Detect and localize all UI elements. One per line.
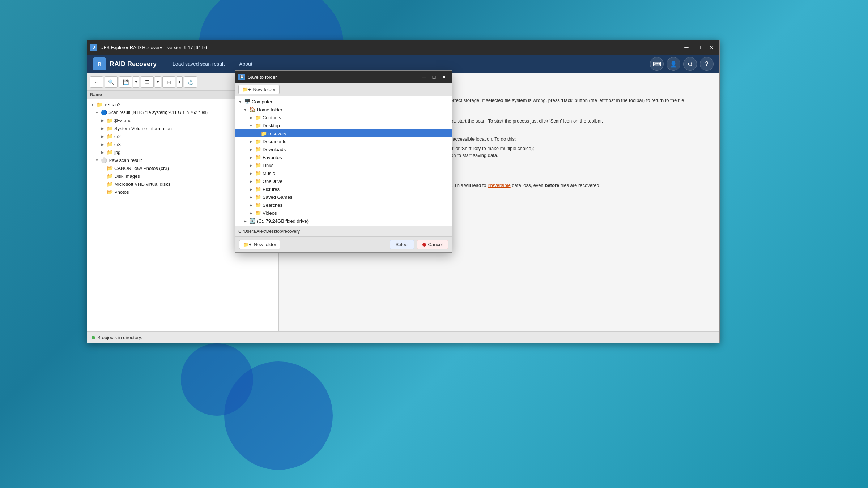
status-bar: 4 objects in directory.	[87, 331, 719, 343]
expand-icon[interactable]: ▶	[100, 134, 105, 139]
expand-icon[interactable]: ▶	[243, 218, 248, 223]
raw-scan-icon: ⚪	[101, 157, 107, 163]
item-label: CANON Raw Photos (cr3)	[114, 166, 169, 171]
expand-icon[interactable]: ▶	[100, 150, 105, 155]
expand-icon[interactable]: ▶	[248, 202, 254, 207]
folder-icon: 📁	[107, 149, 113, 155]
list-button[interactable]: ☰	[141, 76, 154, 88]
item-label: Favorites	[263, 155, 282, 160]
scan-result-icon: 🔵	[101, 110, 107, 115]
cancel-label: Cancel	[428, 242, 443, 247]
person-icon-button[interactable]: 👤	[667, 57, 680, 71]
expand-icon[interactable]: ▼	[94, 110, 99, 115]
expand-icon[interactable]: ▼	[248, 123, 254, 128]
expand-icon[interactable]: ▶	[248, 115, 254, 120]
anchor-button[interactable]: ⚓	[184, 76, 197, 88]
dtree-c-drive[interactable]: ▶ 💽 (C:, 79.24GB fixed drive)	[235, 217, 452, 225]
new-folder-button[interactable]: 📁+ New folder	[238, 85, 280, 94]
save-button[interactable]: 💾	[119, 76, 132, 88]
dtree-contacts[interactable]: ▶ 📁 Contacts	[235, 114, 452, 121]
menu-load-scan[interactable]: Load saved scan result	[167, 59, 230, 69]
dtree-links[interactable]: ▶ 📁 Links	[235, 161, 452, 169]
dtree-videos[interactable]: ▶ 📁 Videos	[235, 209, 452, 217]
expand-icon[interactable]: ▼	[90, 102, 95, 107]
folder-add-icon: 📁+	[242, 87, 251, 92]
dialog-close-button[interactable]: ✕	[439, 73, 449, 81]
menu-about[interactable]: About	[233, 59, 258, 69]
expand-icon[interactable]: ▶	[248, 187, 254, 192]
status-dot	[92, 336, 95, 339]
dialog-tree[interactable]: ▼ 🖥️ Computer ▼ 🏠 Home folder ▶ 📁 Contac…	[235, 96, 452, 226]
help-icon-button[interactable]: ?	[700, 57, 714, 71]
expand-icon[interactable]: ▶	[248, 194, 254, 200]
expand-icon[interactable]: ▶	[248, 139, 254, 144]
expand-icon[interactable]: ▼	[94, 158, 99, 163]
settings-icon-button[interactable]: ⚙	[683, 57, 697, 71]
dtree-pictures[interactable]: ▶ 📁 Pictures	[235, 185, 452, 193]
folder-icon: 📁	[255, 186, 261, 192]
item-label: Computer	[252, 99, 272, 104]
item-label: Documents	[263, 139, 286, 144]
close-button[interactable]: ✕	[706, 43, 716, 52]
dtree-searches[interactable]: ▶ 📁 Searches	[235, 201, 452, 209]
window-controls: ─ □ ✕	[681, 43, 716, 52]
app-title: UFS Explorer RAID Recovery – version 9.1…	[100, 45, 681, 50]
app-icon: U	[90, 44, 97, 51]
expand-icon[interactable]: ▶	[248, 171, 254, 176]
item-label: Contacts	[263, 115, 281, 120]
folder-icon: 📁	[255, 178, 261, 184]
expand-icon	[100, 166, 105, 171]
folder-icon: 📁	[107, 117, 113, 123]
item-label: Pictures	[263, 187, 280, 192]
dtree-music[interactable]: ▶ 📁 Music	[235, 169, 452, 177]
logo-text: RAID Recovery	[110, 60, 157, 68]
folder-open-icon: 📂	[107, 165, 113, 171]
item-label: Photos	[114, 189, 129, 195]
save-dropdown[interactable]: ▼	[133, 76, 139, 88]
expand-icon[interactable]: ▶	[248, 155, 254, 160]
minimize-button[interactable]: ─	[681, 43, 692, 52]
dtree-downloads[interactable]: ▶ 📁 Downloads	[235, 145, 452, 153]
dtree-computer[interactable]: ▼ 🖥️ Computer	[235, 98, 452, 106]
expand-icon[interactable]: ▶	[100, 118, 105, 123]
expand-icon[interactable]: ▶	[100, 126, 105, 131]
cancel-button[interactable]: Cancel	[417, 240, 448, 249]
item-label: recovery	[268, 131, 286, 136]
drive-icon: 💽	[249, 218, 255, 224]
computer-icon: 🖥️	[244, 99, 250, 104]
terminal-icon-button[interactable]: ⌨	[650, 57, 664, 71]
back-button[interactable]: ←	[90, 76, 103, 88]
folder-icon: 📁	[97, 102, 103, 107]
folder-icon: 📁	[255, 194, 261, 200]
item-label: Videos	[263, 210, 277, 216]
dtree-saved-games[interactable]: ▶ 📁 Saved Games	[235, 193, 452, 201]
expand-icon[interactable]: ▶	[248, 210, 254, 215]
dtree-documents[interactable]: ▶ 📁 Documents	[235, 137, 452, 145]
dtree-onedrive[interactable]: ▶ 📁 OneDrive	[235, 177, 452, 185]
app-logo: R RAID Recovery	[93, 57, 157, 70]
dtree-home-folder[interactable]: ▼ 🏠 Home folder	[235, 106, 452, 114]
dtree-favorites[interactable]: ▶ 📁 Favorites	[235, 153, 452, 161]
dtree-desktop[interactable]: ▼ 📁 Desktop	[235, 121, 452, 129]
dialog-minimize-button[interactable]: ─	[419, 73, 429, 81]
expand-icon[interactable]: ▶	[248, 147, 254, 152]
dialog-footer: 📁+ New folder Select Cancel	[235, 236, 452, 252]
grid-button[interactable]: ⊞	[162, 76, 175, 88]
search-button[interactable]: 🔍	[105, 76, 118, 88]
footer-right: Select Cancel	[390, 240, 448, 249]
list-dropdown[interactable]: ▼	[155, 76, 161, 88]
expand-icon[interactable]: ▼	[238, 99, 243, 104]
expand-icon[interactable]: ▶	[248, 163, 254, 168]
select-label: Select	[395, 242, 408, 247]
home-icon: 🏠	[249, 107, 255, 112]
maximize-button[interactable]: □	[693, 43, 704, 52]
expand-icon[interactable]: ▶	[248, 179, 254, 184]
footer-new-folder-button[interactable]: 📁+ New folder	[239, 240, 280, 249]
dialog-maximize-button[interactable]: □	[429, 73, 439, 81]
folder-icon: 📁	[255, 154, 261, 160]
select-button[interactable]: Select	[390, 240, 414, 249]
expand-icon[interactable]: ▶	[100, 142, 105, 147]
expand-icon[interactable]: ▼	[243, 107, 248, 112]
dtree-recovery[interactable]: 📁 recovery	[235, 129, 452, 137]
grid-dropdown[interactable]: ▼	[177, 76, 183, 88]
